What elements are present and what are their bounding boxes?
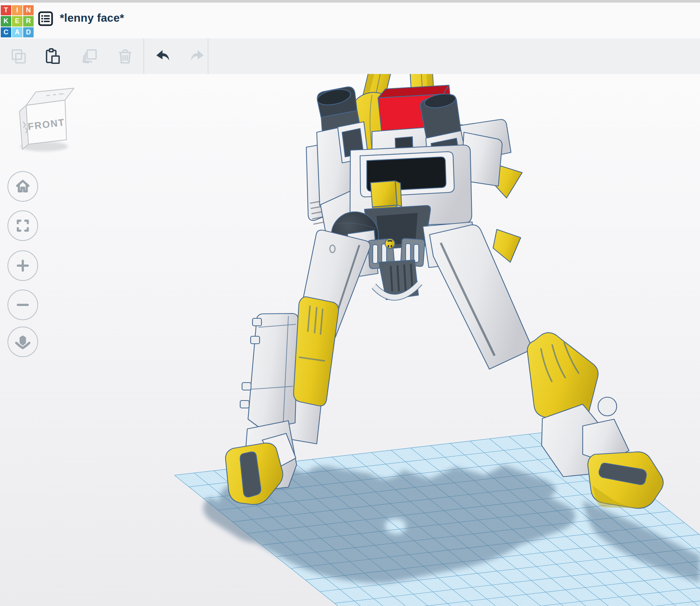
redo-button[interactable] [181, 38, 214, 74]
viewport-canvas[interactable]: FRONT [0, 74, 700, 606]
duplicate-icon [81, 48, 98, 65]
design-menu-button[interactable] [37, 10, 54, 27]
logo-tile: N [23, 5, 34, 15]
scene-3d: FRONT [0, 74, 700, 606]
robot-chest-box [371, 181, 397, 207]
logo-tile: I [12, 5, 22, 15]
fit-view-button[interactable] [7, 210, 38, 241]
edit-toolbar [0, 38, 700, 74]
logo-tile: T [1, 5, 11, 15]
redo-arrow-icon [189, 48, 206, 65]
perspective-cube-icon [15, 334, 31, 350]
logo-tile: A [12, 27, 22, 37]
copy-icon [10, 48, 27, 65]
logo-tile: D [23, 27, 34, 37]
paste-button[interactable] [35, 38, 69, 74]
app-header: TINKERCAD *lenny face* [0, 3, 700, 39]
zoom-out-button[interactable] [7, 290, 38, 320]
undo-arrow-icon [154, 48, 171, 65]
zoom-in-button[interactable] [7, 250, 38, 281]
design-menu-icon [37, 10, 54, 27]
copy-button[interactable] [2, 38, 35, 74]
duplicate-button[interactable] [73, 38, 106, 74]
toolbar-divider [208, 38, 208, 74]
paste-icon [44, 48, 61, 65]
logo-tile: E [12, 16, 22, 26]
plus-icon [15, 258, 31, 273]
perspective-toggle-button[interactable] [7, 327, 38, 357]
tinkercad-logo[interactable]: TINKERCAD [1, 5, 34, 37]
toolbar-divider [143, 38, 144, 74]
design-title[interactable]: *lenny face* [60, 12, 124, 24]
home-icon [15, 179, 31, 194]
logo-tile: C [1, 27, 11, 37]
home-view-button[interactable] [7, 171, 38, 202]
3d-model-robot[interactable] [226, 74, 663, 508]
window-top-strip [0, 0, 700, 3]
logo-tile: K [1, 16, 11, 26]
view-cube[interactable]: FRONT [19, 88, 74, 151]
logo-tile: R [23, 16, 34, 26]
delete-button[interactable] [108, 38, 142, 74]
undo-button[interactable] [146, 38, 179, 74]
minus-icon [15, 297, 31, 313]
fit-view-icon [15, 218, 30, 233]
trash-icon [117, 48, 134, 65]
tinkercad-window: TINKERCAD *lenny face* [0, 0, 700, 606]
